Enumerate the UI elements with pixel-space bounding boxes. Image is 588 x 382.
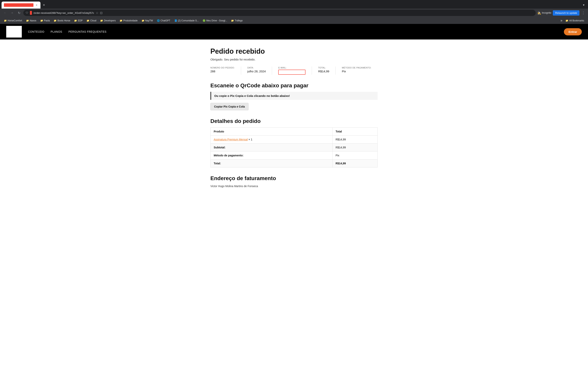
order-details-section: Detalhes do pedido Produto Total Assinat…: [210, 118, 378, 168]
bookmarks-bar: 📁 HorseComfort 📁 Naxos 📁 Paola 📁 Boots H…: [0, 17, 588, 24]
bookmark-meu-drive[interactable]: 🟢 Meu Drive - Googl...: [201, 19, 229, 22]
bookmark-chatgpt[interactable]: 🌐 ChatGPT: [155, 19, 172, 22]
bookmark-label: Developers: [104, 19, 116, 22]
browser-menu-button[interactable]: ⋮: [581, 11, 586, 15]
payment-method-value-cell: Pix: [332, 151, 378, 159]
incognito-label: Incognito: [542, 11, 551, 14]
bookmark-folder-icon: 📁: [231, 19, 234, 22]
bookmark-label: HorseComfort: [8, 19, 22, 22]
bookmark-folder-icon: 📁: [54, 19, 57, 22]
product-total-cell: R$14,99: [332, 136, 378, 144]
subtotal-label: Subtotal:: [214, 146, 226, 149]
entrar-button[interactable]: Entrar: [564, 28, 582, 35]
order-payment-label: MÉTODO DE PAGAMENTO:: [342, 66, 371, 69]
bookmark-label: Naxos: [30, 19, 36, 22]
col-header-total: Total: [332, 127, 378, 136]
site-logo[interactable]: [6, 26, 22, 38]
order-number-value: 288: [210, 70, 235, 73]
order-payment-meta: MÉTODO DE PAGAMENTO: Pix: [342, 66, 371, 75]
order-total-value: R$14,99: [318, 70, 329, 73]
bookmark-horsecomfort[interactable]: 📁 HorseComfort: [2, 19, 24, 22]
bookmark-folder-icon: 📁: [26, 19, 29, 22]
new-tab-button[interactable]: +: [41, 2, 47, 8]
reload-button[interactable]: ↻: [16, 10, 22, 16]
url-highlighted-part[interactable]: [30, 11, 32, 15]
nav-links: CONTEÚDO PLANOS PERGUNTAS FREQUENTES: [28, 30, 564, 33]
bookmark-label: Produtividade: [123, 19, 137, 22]
bookmark-label: Boots Horse: [57, 19, 70, 22]
browser-tab[interactable]: ×: [1, 1, 41, 9]
bookmark-folder-icon: 📁: [566, 19, 568, 22]
site-navigation: CONTEÚDO PLANOS PERGUNTAS FREQUENTES Ent…: [0, 24, 588, 40]
tab-bar: × + ▼: [0, 0, 588, 9]
page-content: Pedido recebido Obrigado. Seu pedido foi…: [207, 40, 381, 203]
order-email-label: E-MAIL:: [278, 66, 305, 69]
bookmark-edp[interactable]: 📁 EDP: [73, 19, 84, 22]
tab-close-button[interactable]: ×: [35, 3, 38, 7]
subtotal-label-cell: Subtotal:: [210, 144, 333, 151]
forward-button[interactable]: →: [9, 10, 15, 16]
thank-you-message: Obrigado. Seu pedido foi recebido.: [210, 58, 378, 61]
bookmark-naxos[interactable]: 📁 Naxos: [24, 19, 38, 22]
payment-method-label: Método de pagamento:: [214, 154, 243, 157]
bookmark-paola[interactable]: 📁 Paola: [39, 19, 52, 22]
bookmark-all-bookmarks[interactable]: 📁 All Bookmarks: [564, 19, 586, 22]
bookmark-label: Cloud: [90, 19, 96, 22]
order-meta: NÚMERO DO PEDIDO: 288 DATA: julho 28, 20…: [210, 66, 378, 75]
product-quantity: × 1: [249, 138, 252, 141]
billing-section: Endereço de faturamento Victor Hugo Moli…: [210, 175, 378, 188]
bookmark-label: Paola: [44, 19, 50, 22]
bookmark-boots-horse[interactable]: 📁 Boots Horse: [52, 19, 72, 22]
page-title: Pedido recebido: [210, 47, 378, 55]
total-value: R$14,99: [336, 162, 346, 165]
security-icon: 🛡: [26, 11, 28, 14]
bookmark-star-icon[interactable]: ☆: [96, 11, 98, 15]
nav-link-planos[interactable]: PLANOS: [51, 30, 62, 33]
bookmark-drive-icon: 🟢: [203, 19, 206, 22]
bookmark-produtividade[interactable]: 📁 Produtividade: [118, 19, 139, 22]
pix-note: Ou copie o Pix Copia e Cola clicando no …: [210, 92, 378, 100]
tab-title-input[interactable]: [4, 3, 33, 7]
billing-name: Victor Hugo Molina Martins de Fonseca: [210, 185, 378, 188]
subtotal-value-cell: R$14,99: [332, 144, 378, 151]
bookmark-label: ChatGPT: [161, 19, 170, 22]
col-header-product: Produto: [210, 127, 333, 136]
bookmark-label: NayTW: [145, 19, 153, 22]
order-number-meta: NÚMERO DO PEDIDO: 288: [210, 66, 241, 75]
bookmark-folder-icon: 📁: [120, 19, 123, 22]
order-email-meta: E-MAIL:: [278, 66, 312, 75]
url-bar[interactable]: 🛡 /order-received/288/?key=wc_order_XGx8…: [23, 10, 536, 16]
bookmark-cloud[interactable]: 📁 Cloud: [85, 19, 98, 22]
cast-icon[interactable]: ⊡: [100, 11, 103, 15]
total-label-cell: Total:: [210, 159, 333, 168]
bookmark-folder-icon: 📁: [86, 19, 89, 22]
nav-link-faq[interactable]: PERGUNTAS FREQUENTES: [68, 30, 106, 33]
order-number-label: NÚMERO DO PEDIDO:: [210, 66, 235, 69]
bookmark-label: Tráfego: [235, 19, 243, 22]
bookmark-developers[interactable]: 📁 Developers: [99, 19, 117, 22]
tab-expand-icon[interactable]: ▼: [583, 4, 585, 6]
incognito-badge: 🕵 Incognito: [537, 11, 551, 15]
bookmarks-more-button[interactable]: »: [560, 18, 563, 23]
address-bar-right: 🕵 Incognito Relaunch to update ⋮: [537, 10, 586, 16]
bookmark-comunidade[interactable]: 📘 (2) Comunidade S...: [173, 19, 200, 22]
bookmark-label: All Bookmarks: [569, 19, 584, 22]
qr-section-title: Escaneie o QrCode abaixo para pagar: [210, 83, 378, 89]
bookmark-folder-icon: 📁: [142, 19, 145, 22]
nav-link-conteudo[interactable]: CONTEÚDO: [28, 30, 44, 33]
copy-pix-button[interactable]: Copiar Pix Copia e Cola: [210, 103, 249, 110]
qr-section: Escaneie o QrCode abaixo para pagar Ou c…: [210, 83, 378, 110]
bookmark-naytw[interactable]: 📁 NayTW: [140, 19, 155, 22]
product-link[interactable]: Assinatura Premium Mensal: [214, 138, 248, 141]
total-value-cell: R$14,99: [332, 159, 378, 168]
subtotal-row: Subtotal: R$14,99: [210, 144, 378, 151]
order-payment-value: Pix: [342, 70, 371, 73]
total-label: Total:: [214, 162, 221, 165]
bookmark-folder-icon: 📁: [74, 19, 77, 22]
address-bar: ← → ↻ 🛡 /order-received/288/?key=wc_orde…: [0, 9, 588, 17]
bookmark-trafego[interactable]: 📁 Tráfego: [230, 19, 244, 22]
billing-title: Endereço de faturamento: [210, 175, 378, 181]
back-button[interactable]: ←: [2, 10, 8, 16]
relaunch-button[interactable]: Relaunch to update: [553, 10, 579, 16]
order-email-input[interactable]: [278, 70, 305, 75]
